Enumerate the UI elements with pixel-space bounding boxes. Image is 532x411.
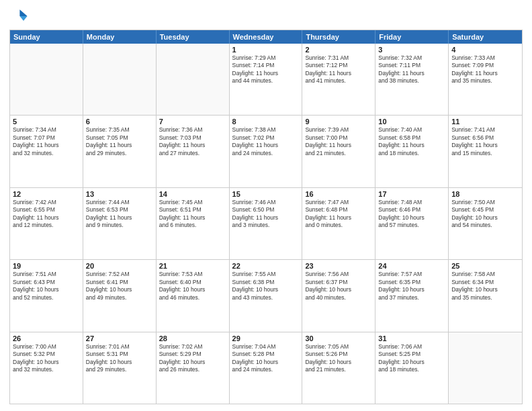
calendar-row-4: 19Sunrise: 7:51 AM Sunset: 6:43 PM Dayli… [10,260,522,332]
calendar-row-5: 26Sunrise: 7:00 AM Sunset: 5:32 PM Dayli… [10,332,522,404]
calendar-cell: 9Sunrise: 7:39 AM Sunset: 7:00 PM Daylig… [302,116,375,187]
day-info: Sunrise: 7:39 AM Sunset: 7:00 PM Dayligh… [305,126,372,157]
day-number: 18 [451,190,519,198]
svg-marker-0 [19,9,27,16]
day-number: 11 [451,118,519,126]
calendar-cell: 21Sunrise: 7:53 AM Sunset: 6:40 PM Dayli… [157,260,230,331]
day-info: Sunrise: 7:48 AM Sunset: 6:46 PM Dayligh… [378,199,445,230]
day-info: Sunrise: 7:47 AM Sunset: 6:48 PM Dayligh… [305,199,372,230]
day-info: Sunrise: 7:53 AM Sunset: 6:40 PM Dayligh… [159,271,226,302]
calendar-row-2: 5Sunrise: 7:34 AM Sunset: 7:07 PM Daylig… [10,116,522,187]
weekday-header-thursday: Thursday [302,30,375,44]
calendar-cell: 2Sunrise: 7:31 AM Sunset: 7:12 PM Daylig… [302,44,375,115]
calendar-cell: 16Sunrise: 7:47 AM Sunset: 6:48 PM Dayli… [302,188,375,259]
calendar-cell: 1Sunrise: 7:29 AM Sunset: 7:14 PM Daylig… [230,44,303,115]
calendar-cell: 15Sunrise: 7:46 AM Sunset: 6:50 PM Dayli… [230,188,303,259]
calendar-cell: 27Sunrise: 7:01 AM Sunset: 5:31 PM Dayli… [83,332,157,404]
day-info: Sunrise: 7:36 AM Sunset: 7:03 PM Dayligh… [159,126,226,157]
calendar: SundayMondayTuesdayWednesdayThursdayFrid… [9,30,523,404]
svg-marker-1 [19,16,27,21]
calendar-cell: 17Sunrise: 7:48 AM Sunset: 6:46 PM Dayli… [375,188,449,259]
day-number: 9 [305,118,372,126]
calendar-cell [83,44,157,115]
day-number: 17 [378,190,445,198]
weekday-header-friday: Friday [375,30,449,44]
calendar-cell [10,44,83,115]
page: SundayMondayTuesdayWednesdayThursdayFrid… [0,0,532,411]
day-info: Sunrise: 7:51 AM Sunset: 6:43 PM Dayligh… [13,271,80,302]
day-number: 4 [451,46,519,54]
day-number: 30 [305,334,372,342]
header [9,7,523,26]
calendar-cell: 8Sunrise: 7:38 AM Sunset: 7:02 PM Daylig… [230,116,303,187]
calendar-cell: 12Sunrise: 7:42 AM Sunset: 6:55 PM Dayli… [10,188,83,259]
calendar-cell: 18Sunrise: 7:50 AM Sunset: 6:45 PM Dayli… [449,188,522,259]
weekday-header-monday: Monday [83,30,157,44]
day-info: Sunrise: 7:01 AM Sunset: 5:31 PM Dayligh… [86,343,153,374]
weekday-header-saturday: Saturday [449,30,522,44]
day-number: 29 [232,334,300,342]
day-info: Sunrise: 7:50 AM Sunset: 6:45 PM Dayligh… [451,199,519,230]
day-info: Sunrise: 7:06 AM Sunset: 5:25 PM Dayligh… [378,343,445,374]
day-info: Sunrise: 7:42 AM Sunset: 6:55 PM Dayligh… [13,199,80,230]
day-info: Sunrise: 7:33 AM Sunset: 7:09 PM Dayligh… [451,54,519,85]
calendar-cell: 7Sunrise: 7:36 AM Sunset: 7:03 PM Daylig… [157,116,230,187]
day-info: Sunrise: 7:34 AM Sunset: 7:07 PM Dayligh… [13,126,80,157]
logo-icon [9,7,28,26]
day-info: Sunrise: 7:31 AM Sunset: 7:12 PM Dayligh… [305,54,372,85]
day-number: 25 [451,262,519,270]
day-number: 22 [232,262,300,270]
day-info: Sunrise: 7:29 AM Sunset: 7:14 PM Dayligh… [232,54,300,85]
day-info: Sunrise: 7:55 AM Sunset: 6:38 PM Dayligh… [232,271,300,302]
day-number: 23 [305,262,372,270]
day-number: 12 [13,190,80,198]
day-number: 21 [159,262,226,270]
day-info: Sunrise: 7:04 AM Sunset: 5:28 PM Dayligh… [232,343,300,374]
calendar-cell: 25Sunrise: 7:58 AM Sunset: 6:34 PM Dayli… [449,260,522,331]
day-number: 2 [305,46,372,54]
calendar-cell: 30Sunrise: 7:05 AM Sunset: 5:26 PM Dayli… [302,332,375,404]
day-info: Sunrise: 7:46 AM Sunset: 6:50 PM Dayligh… [232,199,300,230]
day-info: Sunrise: 7:05 AM Sunset: 5:26 PM Dayligh… [305,343,372,374]
day-number: 26 [13,334,80,342]
day-number: 16 [305,190,372,198]
calendar-cell [449,332,522,404]
day-info: Sunrise: 7:35 AM Sunset: 7:05 PM Dayligh… [86,126,153,157]
day-number: 27 [86,334,153,342]
day-info: Sunrise: 7:38 AM Sunset: 7:02 PM Dayligh… [232,126,300,157]
day-number: 20 [86,262,153,270]
day-info: Sunrise: 7:58 AM Sunset: 6:34 PM Dayligh… [451,271,519,302]
day-number: 31 [378,334,445,342]
calendar-body: 1Sunrise: 7:29 AM Sunset: 7:14 PM Daylig… [10,44,522,404]
weekday-header-wednesday: Wednesday [230,30,303,44]
calendar-cell: 10Sunrise: 7:40 AM Sunset: 6:58 PM Dayli… [375,116,449,187]
day-info: Sunrise: 7:57 AM Sunset: 6:35 PM Dayligh… [378,271,445,302]
calendar-cell: 20Sunrise: 7:52 AM Sunset: 6:41 PM Dayli… [83,260,157,331]
calendar-cell: 5Sunrise: 7:34 AM Sunset: 7:07 PM Daylig… [10,116,83,187]
calendar-cell: 23Sunrise: 7:56 AM Sunset: 6:37 PM Dayli… [302,260,375,331]
day-number: 28 [159,334,226,342]
day-number: 10 [378,118,445,126]
day-number: 19 [13,262,80,270]
day-number: 24 [378,262,445,270]
day-number: 13 [86,190,153,198]
day-info: Sunrise: 7:00 AM Sunset: 5:32 PM Dayligh… [13,343,80,374]
day-info: Sunrise: 7:32 AM Sunset: 7:11 PM Dayligh… [378,54,445,85]
calendar-cell: 26Sunrise: 7:00 AM Sunset: 5:32 PM Dayli… [10,332,83,404]
calendar-cell: 13Sunrise: 7:44 AM Sunset: 6:53 PM Dayli… [83,188,157,259]
calendar-cell: 28Sunrise: 7:02 AM Sunset: 5:29 PM Dayli… [157,332,230,404]
day-number: 6 [86,118,153,126]
logo [9,7,30,26]
calendar-cell: 11Sunrise: 7:41 AM Sunset: 6:56 PM Dayli… [449,116,522,187]
calendar-cell: 19Sunrise: 7:51 AM Sunset: 6:43 PM Dayli… [10,260,83,331]
day-number: 15 [232,190,300,198]
calendar-cell: 22Sunrise: 7:55 AM Sunset: 6:38 PM Dayli… [230,260,303,331]
calendar-cell: 24Sunrise: 7:57 AM Sunset: 6:35 PM Dayli… [375,260,449,331]
calendar-cell [157,44,230,115]
calendar-cell: 31Sunrise: 7:06 AM Sunset: 5:25 PM Dayli… [375,332,449,404]
day-info: Sunrise: 7:56 AM Sunset: 6:37 PM Dayligh… [305,271,372,302]
day-info: Sunrise: 7:45 AM Sunset: 6:51 PM Dayligh… [159,199,226,230]
day-info: Sunrise: 7:52 AM Sunset: 6:41 PM Dayligh… [86,271,153,302]
day-number: 1 [232,46,300,54]
day-number: 3 [378,46,445,54]
